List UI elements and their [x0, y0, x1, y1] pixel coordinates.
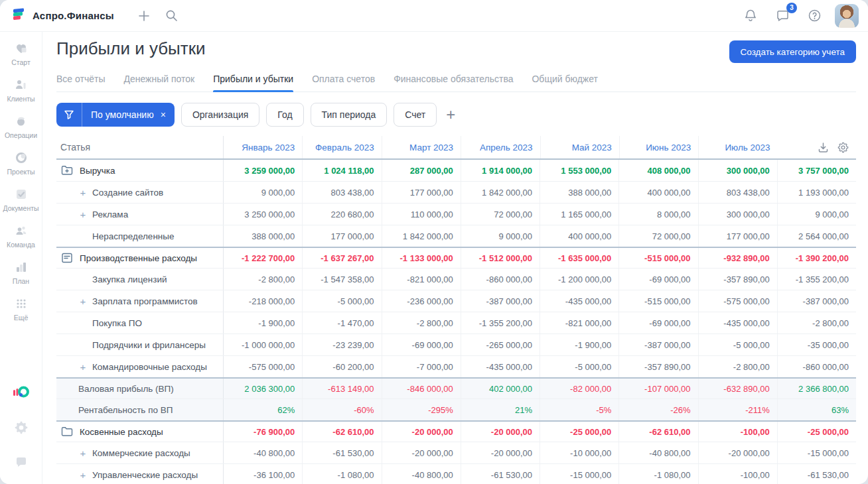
value-cell: -2 800,00 [224, 269, 302, 290]
start-icon [14, 41, 29, 56]
value-cell: -515 000,00 [618, 248, 697, 268]
value-cell: 110 000,00 [382, 204, 461, 225]
table-row: Нераспределенные388 000,00177 000,001 84… [56, 225, 856, 247]
article-label: Валовая прибыль (ВП) [78, 384, 174, 394]
value-cell: 300 000,00 [698, 204, 777, 225]
filter-chip-period-type[interactable]: Тип периода [311, 103, 388, 127]
filter-default-chip[interactable]: По умолчанию × [56, 103, 175, 127]
tab-cash-flow[interactable]: Денежный поток [123, 70, 194, 91]
sidebar-item-start[interactable]: Старт [1, 41, 41, 66]
filter-clear-icon[interactable]: × [159, 109, 175, 120]
pnl-table: Статья Январь 2023 Февраль 2023 Март 202… [56, 136, 856, 484]
value-cell: -1 222 700,00 [224, 248, 302, 268]
app-logo[interactable]: Аспро.Финансы [12, 7, 114, 25]
value-cell: -25 000,00 [540, 422, 618, 442]
filter-chip-organization[interactable]: Организация [181, 103, 259, 127]
value-cell: 402 000,00 [461, 379, 540, 398]
table-row: +Реклама3 250 000,00220 680,00110 000,00… [56, 204, 856, 225]
value-cell: -1 355 200,00 [777, 269, 856, 290]
filter-chip-year[interactable]: Год [266, 103, 303, 127]
search-icon[interactable] [161, 5, 183, 27]
folder-icon[interactable] [60, 425, 74, 438]
value-cell: -23 239,00 [302, 334, 381, 355]
support-chat-icon[interactable] [14, 455, 29, 472]
brand-flag-icon [12, 7, 26, 25]
value-cell: 803 438,00 [302, 182, 381, 203]
table-row: Покупка ПО-1 900,00-1 470,00-2 800,00-1 … [56, 312, 856, 334]
tab-general-budget[interactable]: Общий бюджет [532, 70, 597, 91]
article-label: Реклама [92, 210, 128, 219]
value-cell: -7 000,00 [382, 356, 461, 377]
value-cell: -100,00 [698, 422, 777, 442]
column-header-month: Июль 2023 [698, 136, 777, 158]
article-cell: +Зарплата программистов [56, 290, 224, 312]
table-settings-gear-icon[interactable] [837, 142, 849, 153]
value-cell: -1 390 200,00 [777, 248, 856, 268]
create-category-button[interactable]: Создать категорию учета [729, 40, 856, 63]
bell-icon[interactable] [739, 5, 762, 27]
report-tabs: Все отчёты Денежный поток Прибыли и убыт… [56, 70, 856, 92]
download-icon[interactable] [818, 142, 829, 153]
value-cell: -860 000,00 [777, 356, 856, 377]
value-cell: -357 890,00 [698, 269, 777, 290]
article-cell[interactable]: Косвенные расходы [56, 422, 224, 442]
expand-plus-icon[interactable]: + [78, 448, 88, 459]
article-label: Командировочные расходы [92, 362, 207, 372]
value-cell: -265 000,00 [461, 334, 540, 355]
expand-plus-icon[interactable]: + [78, 209, 88, 220]
sidebar-item-documents[interactable]: Документы [1, 187, 41, 212]
value-cell: 62% [224, 399, 302, 420]
value-cell: -61 530,00 [777, 464, 856, 484]
value-cell: -932 890,00 [698, 248, 777, 268]
sidebar-item-team[interactable]: Команда [1, 223, 41, 249]
value-cell: 1 165 000,00 [540, 204, 618, 225]
expand-plus-icon[interactable]: + [78, 469, 88, 481]
page-title: Прибыли и убытки [56, 38, 206, 59]
article-label: Рентабельность по ВП [78, 405, 173, 415]
tab-invoice-payments[interactable]: Оплата счетов [312, 70, 375, 91]
create-plus-icon[interactable] [133, 5, 155, 27]
sidebar-item-operations[interactable]: Операции [1, 114, 41, 139]
column-header-month: Июнь 2023 [619, 136, 698, 158]
value-cell: -40 800,00 [224, 442, 302, 463]
expand-plus-icon[interactable]: + [78, 296, 88, 307]
value-cell: 2 564 000,00 [777, 225, 856, 247]
article-label: Производственные расходы [80, 253, 197, 263]
gear-icon[interactable] [14, 420, 29, 438]
list-icon[interactable] [60, 251, 74, 265]
value-cell: -211% [698, 399, 777, 420]
app-window: Аспро.Финансы 3 Старт [0, 0, 868, 484]
sidebar-item-plan[interactable]: План [1, 260, 41, 285]
sidebar-item-clients[interactable]: Клиенты [1, 78, 41, 103]
article-cell: +Командировочные расходы [56, 356, 224, 377]
value-cell: 803 438,00 [698, 182, 777, 203]
table-row: +Коммерческие расходы-40 800,00-61 530,0… [56, 442, 856, 464]
tab-all-reports[interactable]: Все отчёты [56, 70, 105, 91]
table-section-row: Косвенные расходы-76 900,00-62 610,00-20… [56, 420, 856, 442]
filter-chip-account[interactable]: Счет [394, 103, 437, 127]
sidebar-item-projects[interactable]: Проекты [1, 151, 41, 176]
tab-financial-obligations[interactable]: Финансовые обязательства [394, 70, 513, 91]
folder-plus-icon[interactable] [60, 164, 74, 177]
value-cell: -1 635 000,00 [540, 248, 618, 268]
sidebar-item-more[interactable]: Ещё [1, 296, 41, 322]
add-filter-icon[interactable]: + [446, 107, 455, 123]
value-cell: -61 530,00 [461, 464, 540, 484]
tab-profit-loss[interactable]: Прибыли и убытки [213, 70, 293, 91]
help-icon[interactable] [803, 5, 826, 27]
table-row: +Зарплата программистов-218 000,00-5 000… [56, 290, 856, 312]
article-cell[interactable]: Производственные расходы [56, 248, 224, 268]
expand-plus-icon[interactable]: + [78, 187, 88, 198]
value-cell: 177 000,00 [302, 225, 381, 247]
expand-plus-icon[interactable]: + [78, 361, 88, 373]
article-cell: Валовая прибыль (ВП) [56, 379, 224, 398]
value-cell: -435 000,00 [698, 312, 777, 333]
value-cell: -1 900,00 [224, 312, 302, 333]
value-cell: -20 000,00 [382, 422, 461, 442]
article-cell[interactable]: Выручка [56, 160, 224, 181]
product-logo-icon[interactable] [13, 385, 30, 403]
article-cell: Нераспределенные [56, 225, 224, 247]
user-avatar[interactable] [835, 4, 859, 28]
value-cell: -2 800,00 [382, 312, 461, 333]
messages-icon[interactable]: 3 [771, 5, 794, 27]
